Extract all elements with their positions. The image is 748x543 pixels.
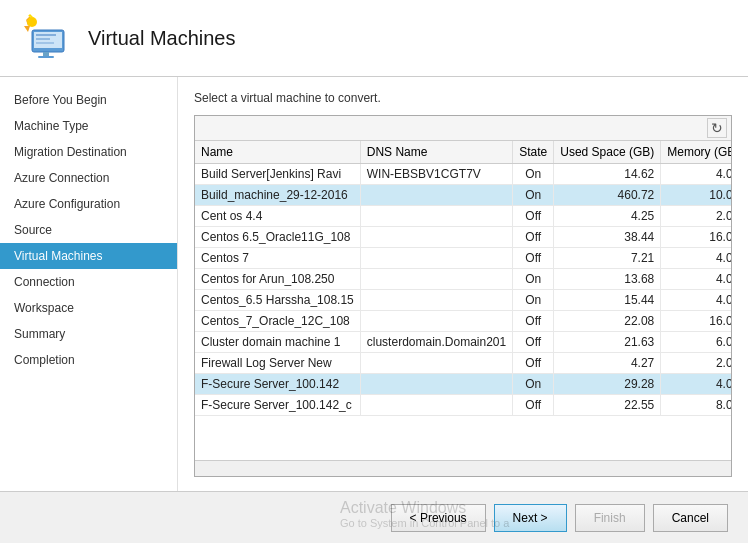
table-scroll-area[interactable]: Name DNS Name State Used Space (GB) Memo…	[195, 141, 731, 460]
table-row[interactable]: Centos_7_Oracle_12C_108Off22.0816.00	[195, 311, 731, 332]
cell-dns	[360, 395, 512, 416]
svg-rect-9	[36, 42, 54, 44]
cell-used-space: 38.44	[554, 227, 661, 248]
sidebar-item-azure-connection[interactable]: Azure Connection	[0, 165, 177, 191]
svg-marker-2	[24, 26, 30, 32]
cell-memory: 4.00	[661, 269, 731, 290]
col-header-dns: DNS Name	[360, 141, 512, 164]
cell-name: F-Secure Server_100.142	[195, 374, 360, 395]
cell-name: F-Secure Server_100.142_c	[195, 395, 360, 416]
cell-state: Off	[513, 353, 554, 374]
cell-state: On	[513, 185, 554, 206]
table-row[interactable]: Cent os 4.4Off4.252.00	[195, 206, 731, 227]
sidebar-item-migration-destination[interactable]: Migration Destination	[0, 139, 177, 165]
cell-dns	[360, 248, 512, 269]
col-header-name: Name	[195, 141, 360, 164]
sidebar-item-virtual-machines[interactable]: Virtual Machines	[0, 243, 177, 269]
sidebar-item-before-you-begin[interactable]: Before You Begin	[0, 87, 177, 113]
table-row[interactable]: Build Server[Jenkins] RaviWIN-EBSBV1CGT7…	[195, 164, 731, 185]
svg-rect-8	[36, 38, 50, 40]
cell-memory: 2.00	[661, 206, 731, 227]
table-row[interactable]: Centos 7Off7.214.00	[195, 248, 731, 269]
cell-state: Off	[513, 395, 554, 416]
main-layout: Before You BeginMachine TypeMigration De…	[0, 77, 748, 491]
cell-state: Off	[513, 206, 554, 227]
sidebar-item-completion[interactable]: Completion	[0, 347, 177, 373]
table-row[interactable]: Cluster domain machine 1clusterdomain.Do…	[195, 332, 731, 353]
sidebar-item-connection[interactable]: Connection	[0, 269, 177, 295]
cell-dns	[360, 374, 512, 395]
cell-memory: 10.00	[661, 185, 731, 206]
cell-name: Cent os 4.4	[195, 206, 360, 227]
cell-state: Off	[513, 248, 554, 269]
cell-memory: 16.00	[661, 227, 731, 248]
vm-table: Name DNS Name State Used Space (GB) Memo…	[195, 141, 731, 416]
table-row[interactable]: Centos for Arun_108.250On13.684.00	[195, 269, 731, 290]
horizontal-scrollbar[interactable]	[195, 460, 731, 476]
table-row[interactable]: Centos 6.5_Oracle11G_108Off38.4416.00	[195, 227, 731, 248]
cell-memory: 8.00	[661, 395, 731, 416]
cell-memory: 6.00	[661, 332, 731, 353]
cell-dns	[360, 206, 512, 227]
table-row[interactable]: F-Secure Server_100.142_cOff22.558.00	[195, 395, 731, 416]
cell-state: On	[513, 290, 554, 311]
cell-dns: clusterdomain.Domain201	[360, 332, 512, 353]
vm-table-wrapper: ↻ Name DNS Name State Used Space (GB) Me…	[194, 115, 732, 477]
cell-dns	[360, 269, 512, 290]
header: Virtual Machines	[0, 0, 748, 77]
cell-used-space: 7.21	[554, 248, 661, 269]
svg-rect-10	[43, 52, 49, 56]
table-body: Build Server[Jenkins] RaviWIN-EBSBV1CGT7…	[195, 164, 731, 416]
cell-used-space: 15.44	[554, 290, 661, 311]
footer: < Previous Next > Finish Cancel	[0, 491, 748, 543]
table-header: Name DNS Name State Used Space (GB) Memo…	[195, 141, 731, 164]
col-header-mem: Memory (GB)	[661, 141, 731, 164]
sidebar: Before You BeginMachine TypeMigration De…	[0, 77, 178, 491]
cell-name: Centos for Arun_108.250	[195, 269, 360, 290]
table-row[interactable]: Firewall Log Server NewOff4.272.00	[195, 353, 731, 374]
cell-used-space: 4.27	[554, 353, 661, 374]
cell-name: Centos 7	[195, 248, 360, 269]
cell-state: Off	[513, 227, 554, 248]
cell-state: On	[513, 164, 554, 185]
finish-button[interactable]: Finish	[575, 504, 645, 532]
cell-memory: 4.00	[661, 374, 731, 395]
svg-rect-7	[36, 34, 56, 36]
cell-state: Off	[513, 332, 554, 353]
previous-button[interactable]: < Previous	[391, 504, 486, 532]
cell-state: On	[513, 269, 554, 290]
cell-name: Firewall Log Server New	[195, 353, 360, 374]
content-description: Select a virtual machine to convert.	[194, 91, 732, 105]
table-row[interactable]: Build_machine_29-12-2016On460.7210.00	[195, 185, 731, 206]
cell-used-space: 4.25	[554, 206, 661, 227]
content-area: Select a virtual machine to convert. ↻ N…	[178, 77, 748, 491]
sidebar-item-summary[interactable]: Summary	[0, 321, 177, 347]
cell-name: Centos_7_Oracle_12C_108	[195, 311, 360, 332]
cell-name: Build Server[Jenkins] Ravi	[195, 164, 360, 185]
cell-name: Centos 6.5_Oracle11G_108	[195, 227, 360, 248]
cancel-button[interactable]: Cancel	[653, 504, 728, 532]
col-header-state: State	[513, 141, 554, 164]
sidebar-item-azure-configuration[interactable]: Azure Configuration	[0, 191, 177, 217]
table-row[interactable]: Centos_6.5 Harssha_108.15On15.444.00	[195, 290, 731, 311]
cell-dns	[360, 353, 512, 374]
cell-memory: 16.00	[661, 311, 731, 332]
cell-used-space: 22.55	[554, 395, 661, 416]
cell-memory: 4.00	[661, 290, 731, 311]
cell-memory: 4.00	[661, 164, 731, 185]
table-row[interactable]: F-Secure Server_100.142On29.284.00	[195, 374, 731, 395]
sidebar-item-machine-type[interactable]: Machine Type	[0, 113, 177, 139]
page-title: Virtual Machines	[88, 27, 235, 50]
sidebar-item-workspace[interactable]: Workspace	[0, 295, 177, 321]
sidebar-item-source[interactable]: Source	[0, 217, 177, 243]
cell-name: Cluster domain machine 1	[195, 332, 360, 353]
cell-dns	[360, 185, 512, 206]
cell-memory: 4.00	[661, 248, 731, 269]
cell-used-space: 14.62	[554, 164, 661, 185]
cell-used-space: 29.28	[554, 374, 661, 395]
cell-name: Centos_6.5 Harssha_108.15	[195, 290, 360, 311]
app-icon	[20, 12, 72, 64]
refresh-icon[interactable]: ↻	[707, 118, 727, 138]
svg-point-3	[27, 17, 37, 27]
next-button[interactable]: Next >	[494, 504, 567, 532]
